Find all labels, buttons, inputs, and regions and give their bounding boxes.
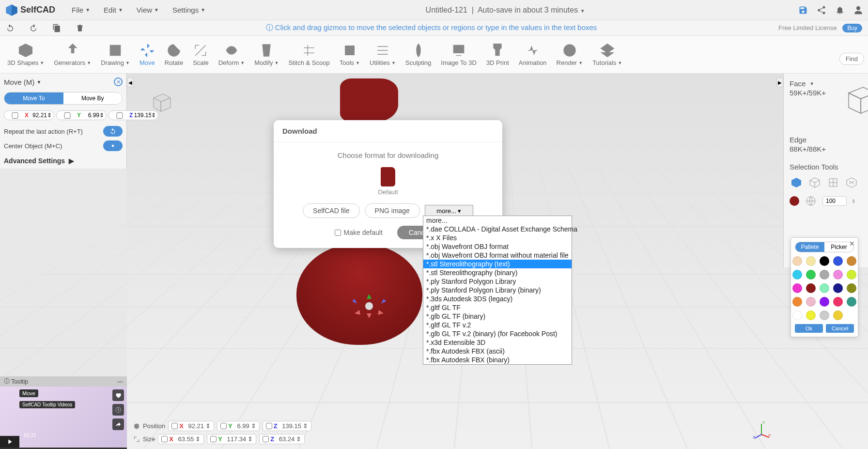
color-swatch-option[interactable] bbox=[847, 270, 856, 279]
color-swatch-option[interactable] bbox=[820, 283, 829, 293]
pos-x[interactable]: X 92.21 ⇕ bbox=[168, 421, 214, 431]
format-option[interactable]: *.dae COLLADA - Digital Asset Exchange S… bbox=[423, 225, 572, 233]
notification-icon[interactable] bbox=[835, 5, 845, 15]
sel-object-icon[interactable] bbox=[790, 176, 803, 189]
save-icon[interactable] bbox=[798, 5, 808, 15]
tool-stitch-scoop[interactable]: Stitch & Scoop bbox=[283, 41, 334, 68]
repeat-action-button[interactable] bbox=[103, 126, 123, 137]
format-option[interactable]: *.fbx Autodesk FBX (binary) bbox=[423, 356, 572, 364]
buy-button[interactable]: Buy bbox=[842, 24, 862, 32]
tool-utilities[interactable]: Utilities▼ bbox=[365, 41, 401, 68]
color-swatch-option[interactable] bbox=[847, 283, 856, 293]
format-option[interactable]: *.stl Stereolithography (binary) bbox=[423, 268, 572, 277]
minimize-tooltip-icon[interactable]: — bbox=[117, 378, 123, 385]
tool-deform[interactable]: Deform▼ bbox=[214, 41, 250, 68]
picker-cancel-button[interactable]: Cancel bbox=[826, 324, 854, 333]
color-swatch-option[interactable] bbox=[792, 270, 802, 279]
color-swatch-option[interactable] bbox=[792, 283, 802, 293]
format-option[interactable]: *.3ds Autodesk 3DS (legacy) bbox=[423, 294, 572, 303]
pos-z[interactable]: Z 139.15 ⇕ bbox=[263, 421, 311, 431]
picker-ok-button[interactable]: Ok bbox=[795, 324, 823, 333]
make-default-checkbox[interactable]: Make default bbox=[335, 229, 383, 236]
sel-grid-icon[interactable] bbox=[826, 176, 840, 189]
menu-file[interactable]: File▼ bbox=[65, 2, 97, 18]
sel-wireframe-icon[interactable] bbox=[808, 176, 822, 189]
redo-icon[interactable] bbox=[29, 24, 38, 32]
format-option[interactable]: *.x X Files bbox=[423, 233, 572, 242]
color-swatch-option[interactable] bbox=[820, 297, 829, 307]
menu-view[interactable]: View▼ bbox=[130, 2, 166, 18]
color-swatch-option[interactable] bbox=[806, 297, 816, 307]
size-x[interactable]: X 63.55 ⇕ bbox=[158, 434, 204, 444]
texture-icon[interactable] bbox=[804, 194, 818, 208]
move-to-tab[interactable]: Move To bbox=[4, 93, 63, 104]
opacity-input[interactable] bbox=[822, 196, 847, 206]
format-select[interactable]: more... ▾ bbox=[425, 205, 473, 217]
png-image-button[interactable]: PNG image bbox=[365, 203, 420, 218]
advanced-settings-toggle[interactable]: Advanced Settings ▶ bbox=[4, 157, 123, 165]
collapse-left-icon[interactable]: ◀ bbox=[127, 77, 134, 87]
move-gizmo[interactable] bbox=[345, 287, 393, 325]
y-input[interactable]: Y⇕ bbox=[56, 110, 107, 120]
move-mode-segmented[interactable]: Move To Move By bbox=[4, 92, 123, 105]
tool-tools[interactable]: Tools▼ bbox=[335, 41, 365, 68]
color-swatch-option[interactable] bbox=[833, 297, 843, 307]
color-swatch-option[interactable] bbox=[806, 310, 816, 320]
format-option[interactable]: *.fbx Autodesk FBX (ascii) bbox=[423, 347, 572, 356]
tool-3d-print[interactable]: 3D Print bbox=[481, 41, 514, 68]
selfcad-file-button[interactable]: SelfCAD file bbox=[303, 203, 359, 218]
format-option[interactable]: *.gltf GL TF v.2 bbox=[423, 321, 572, 329]
color-swatch-option[interactable] bbox=[806, 256, 816, 266]
tool-modify[interactable]: Modify▼ bbox=[249, 41, 283, 68]
move-by-tab[interactable]: Move By bbox=[63, 93, 123, 104]
color-swatch-option[interactable] bbox=[792, 297, 802, 307]
color-swatch-option[interactable] bbox=[847, 297, 856, 307]
delete-icon[interactable] bbox=[76, 24, 84, 32]
tool-generators[interactable]: Generators▼ bbox=[49, 41, 96, 68]
tool-animation[interactable]: Animation bbox=[514, 41, 552, 68]
color-swatch-option[interactable] bbox=[833, 270, 843, 279]
format-option[interactable]: more... bbox=[423, 216, 572, 225]
color-swatch-option[interactable] bbox=[833, 283, 843, 293]
tool-render[interactable]: Render▼ bbox=[552, 41, 588, 68]
color-swatch-option[interactable] bbox=[833, 310, 843, 320]
tool-rotate[interactable]: Rotate bbox=[160, 41, 188, 68]
tool-tutorials[interactable]: Tutorials▼ bbox=[588, 41, 627, 68]
tool-3d-shapes[interactable]: 3D Shapes▼ bbox=[2, 41, 49, 68]
color-swatch-option[interactable] bbox=[833, 256, 843, 266]
tool-move[interactable]: Move bbox=[135, 41, 160, 68]
color-swatch-option[interactable] bbox=[820, 310, 829, 320]
object-color-swatch[interactable] bbox=[790, 196, 799, 206]
close-panel-icon[interactable]: ✕ bbox=[114, 77, 123, 86]
share-icon[interactable] bbox=[817, 5, 826, 15]
tool-image-to-3d[interactable]: Image To 3D bbox=[436, 41, 481, 68]
video-share-icon[interactable] bbox=[112, 418, 124, 430]
color-swatch-option[interactable] bbox=[792, 310, 802, 320]
format-option[interactable]: *.ply Stanford Polygon Library bbox=[423, 277, 572, 286]
collapse-right-icon[interactable]: ▶ bbox=[776, 77, 783, 87]
pos-y[interactable]: Y 6.99 ⇕ bbox=[217, 421, 260, 431]
find-button[interactable]: Find bbox=[839, 53, 864, 65]
video-like-icon[interactable] bbox=[112, 389, 124, 401]
color-swatch-option[interactable] bbox=[806, 270, 816, 279]
close-picker-icon[interactable]: ✕ bbox=[849, 240, 855, 248]
format-option[interactable]: *.obj Wavefront OBJ format bbox=[423, 242, 572, 251]
copy-icon[interactable] bbox=[52, 24, 61, 32]
sel-mesh-icon[interactable] bbox=[845, 176, 858, 189]
size-y[interactable]: Y 117.34 ⇕ bbox=[207, 434, 256, 444]
format-option[interactable]: *.glb GL TF v.2 (binary) (for Facebook P… bbox=[423, 329, 572, 338]
menu-edit[interactable]: Edit▼ bbox=[97, 2, 130, 18]
color-swatch-option[interactable] bbox=[820, 256, 829, 266]
palette-tab[interactable]: Pallete bbox=[795, 242, 824, 252]
format-option[interactable]: *.obj Wavefront OBJ format without mater… bbox=[423, 251, 572, 260]
color-swatch-option[interactable] bbox=[847, 256, 856, 266]
format-option[interactable]: *.glb GL TF (binary) bbox=[423, 312, 572, 321]
play-button-icon[interactable] bbox=[0, 436, 19, 448]
size-z[interactable]: Z 63.24 ⇕ bbox=[259, 434, 305, 444]
format-option[interactable]: *.stl Stereolithography (text) bbox=[423, 260, 572, 268]
color-swatch-option[interactable] bbox=[806, 283, 816, 293]
format-option[interactable]: *.x3d Extensible 3D bbox=[423, 338, 572, 347]
undo-icon[interactable] bbox=[6, 24, 15, 32]
z-input[interactable]: Z⇕ bbox=[108, 110, 158, 120]
format-option[interactable]: *.ply Stanford Polygon Library (binary) bbox=[423, 286, 572, 294]
